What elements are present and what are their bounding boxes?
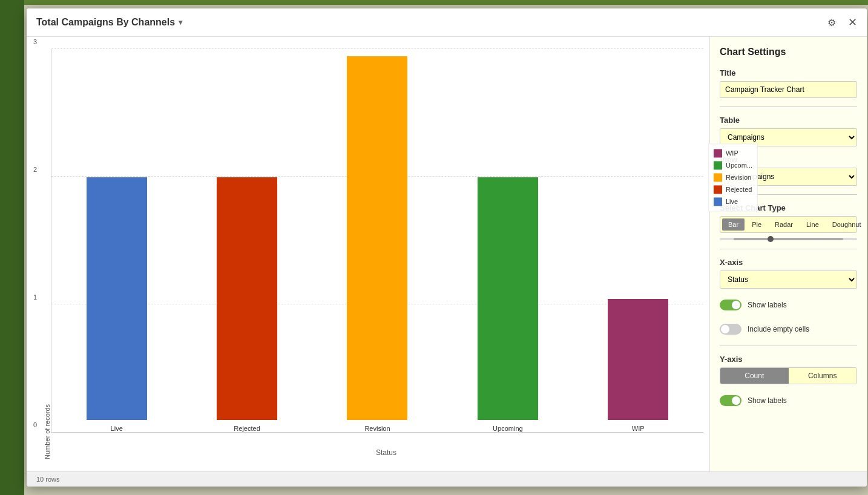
slider-thumb[interactable] [768, 236, 774, 242]
divider-3 [720, 249, 857, 249]
y-show-labels-knob [732, 396, 740, 405]
show-labels-knob [732, 301, 740, 309]
chart-inner: 3 2 1 0 Live [51, 49, 703, 459]
include-empty-row: Include empty cells [720, 321, 857, 337]
bar-group-revision: Revision [347, 56, 407, 432]
chart-type-line[interactable]: Line [800, 218, 825, 231]
title-input[interactable] [720, 81, 857, 98]
bar-group-wip: WIP [608, 299, 668, 432]
bar-revision [347, 56, 407, 420]
modal-footer: 10 rows [27, 471, 867, 487]
bar-label-wip: WIP [632, 425, 645, 432]
bar-group-rejected: Rejected [217, 177, 277, 432]
settings-title-section: Title [720, 68, 857, 98]
chart-plot: 3 2 1 0 Live [51, 49, 703, 433]
y-axis-buttons: Count Columns [720, 367, 857, 384]
divider-4 [720, 346, 857, 346]
settings-panel: Chart Settings Title Table Campaigns Vie… [709, 37, 867, 471]
include-empty-text: Include empty cells [748, 325, 809, 333]
legend-color-upcoming [714, 161, 722, 169]
chart-type-radar[interactable]: Radar [769, 218, 799, 231]
chart-title-text: Total Campaigns By Channels [36, 17, 175, 28]
modal-title: Total Campaigns By Channels ▾ [36, 17, 827, 28]
legend-label-upcoming: Upcom... [726, 162, 752, 169]
modal-header: Total Campaigns By Channels ▾ ⚙ ✕ [27, 8, 867, 37]
bar-label-live: Live [111, 425, 123, 432]
bar-label-revision: Revision [364, 425, 390, 432]
show-labels-text: Show labels [748, 301, 787, 309]
settings-icon[interactable]: ⚙ [827, 17, 836, 28]
close-icon[interactable]: ✕ [848, 16, 857, 29]
settings-table-section: Table Campaigns [720, 116, 857, 146]
show-labels-toggle[interactable] [720, 300, 741, 310]
divider-1 [720, 107, 857, 107]
y-axis-columns-btn[interactable]: Columns [789, 368, 857, 384]
bar-upcoming [478, 177, 538, 420]
legend-item-rejected: Rejected [714, 185, 752, 194]
y-axis-label: Number of records [39, 49, 51, 459]
title-label: Title [720, 68, 857, 77]
y-show-labels-row: Show labels [720, 393, 857, 408]
bar-group-upcoming: Upcoming [478, 177, 538, 432]
legend-color-wip [714, 149, 722, 157]
legend-label-revision: Revision [726, 174, 751, 181]
include-empty-toggle[interactable] [720, 324, 741, 335]
bar-group-live: Live [87, 177, 147, 432]
legend-color-revision [714, 173, 722, 182]
chart-type-buttons: Bar Pie Radar Line Doughnut [720, 216, 857, 233]
table-label: Table [720, 116, 857, 125]
legend-label-rejected: Rejected [726, 186, 752, 193]
title-dropdown-arrow[interactable]: ▾ [179, 18, 182, 27]
chart-type-doughnut[interactable]: Doughnut [826, 218, 867, 231]
chart-legend: WIP Upcom... Revision [708, 143, 758, 211]
y-tick-2: 2 [33, 166, 37, 173]
legend-item-wip: WIP [714, 149, 752, 157]
xaxis-label: X-axis [720, 258, 857, 267]
bar-live [87, 177, 147, 420]
bar-label-rejected: Rejected [234, 425, 260, 432]
legend-label-wip: WIP [726, 149, 738, 157]
bar-wip [608, 299, 668, 420]
y-show-labels-toggle[interactable] [720, 395, 741, 406]
x-axis-label: Status [69, 446, 703, 459]
legend-label-live: Live [726, 198, 738, 205]
y-tick-1: 1 [33, 293, 37, 301]
chart-type-pie[interactable]: Pie [746, 218, 768, 231]
modal-actions: ⚙ ✕ [827, 16, 857, 29]
y-tick-0: 0 [33, 421, 37, 428]
y-tick-3: 3 [33, 38, 37, 45]
bar-label-upcoming: Upcoming [493, 425, 523, 432]
legend-item-live: Live [714, 197, 752, 206]
settings-panel-title: Chart Settings [720, 47, 857, 57]
y-axis-count-btn[interactable]: Count [720, 368, 789, 384]
bar-rejected [217, 177, 277, 420]
bars-container: Live Rejected Revision [51, 49, 703, 432]
show-labels-row: Show labels [720, 297, 857, 313]
row-count: 10 rows [36, 476, 60, 483]
y-show-labels-text: Show labels [748, 396, 787, 405]
modal-body: Number of records 3 2 1 0 [27, 37, 867, 471]
chart-area: Number of records 3 2 1 0 [27, 37, 709, 471]
legend-item-revision: Revision [714, 173, 752, 182]
legend-color-rejected [714, 185, 722, 194]
settings-yaxis-section: Y-axis Count Columns [720, 355, 857, 384]
legend-item-upcoming: Upcom... [714, 161, 752, 169]
include-empty-knob [721, 325, 729, 333]
xaxis-select[interactable]: Status [720, 270, 857, 289]
chart-container: Number of records 3 2 1 0 [39, 49, 703, 459]
yaxis-label: Y-axis [720, 355, 857, 364]
chart-type-bar[interactable]: Bar [722, 218, 745, 231]
legend-color-live [714, 197, 722, 206]
settings-xaxis-section: X-axis Status [720, 258, 857, 289]
